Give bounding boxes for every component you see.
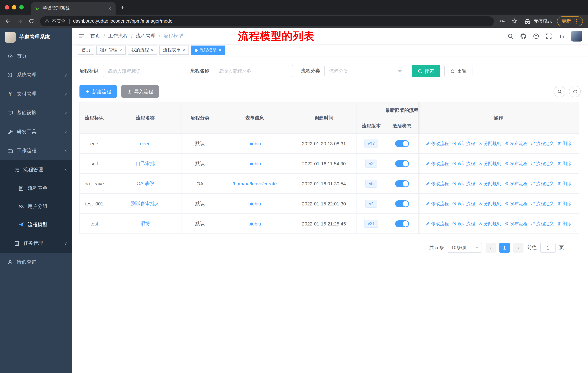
tag-close-icon[interactable]: × [119,48,122,52]
action-design-link[interactable]: 设计流程 [452,201,475,207]
category-select-input[interactable] [325,65,405,77]
action-delete-link[interactable]: 删除 [557,221,571,227]
form-info-link[interactable]: biubiu [248,161,261,166]
action-publish-link[interactable]: 发布流程 [504,181,527,187]
active-toggle[interactable] [395,200,409,207]
action-define-link[interactable]: 流程定义 [531,141,554,147]
action-assign-link[interactable]: 分配规则 [478,161,501,167]
action-delete-link[interactable]: 删除 [557,141,571,147]
import-process-button[interactable]: 导入流程 [121,85,159,98]
sidebar-item-用户分组[interactable]: 用户分组 [0,197,72,216]
url-text[interactable]: dashboard.yudao.iocoder.cn/bpm/manager/m… [73,19,173,24]
action-publish-link[interactable]: 发布流程 [504,141,527,147]
new-tab-button[interactable]: + [116,4,129,15]
form-info-link[interactable]: /bpm/oa/leave/create [232,181,277,186]
tab-close-icon[interactable]: × [107,5,112,11]
browser-tab[interactable]: 芋道管理系统 × [31,2,116,15]
close-window-button[interactable] [5,5,9,10]
action-design-link[interactable]: 设计流程 [452,221,475,227]
zoom-window-button[interactable] [19,5,24,10]
process-name-link[interactable]: 测试多审批人 [131,201,159,206]
action-define-link[interactable]: 流程定义 [531,181,554,187]
form-info-link[interactable]: biubiu [248,141,261,146]
security-label[interactable]: 不安全 [52,18,65,24]
tag-我的流程[interactable]: 我的流程× [128,46,157,55]
tag-租户管理[interactable]: 租户管理× [96,46,126,55]
tag-流程表单[interactable]: 流程表单× [159,46,189,55]
process-name-input[interactable] [214,65,293,77]
back-button[interactable] [3,16,13,26]
toggle-search-button[interactable] [554,86,565,97]
action-design-link[interactable]: 设计流程 [452,181,475,187]
sidebar-item-研发工具[interactable]: 研发工具∨ [0,122,72,141]
forward-button[interactable] [15,16,25,26]
help-icon[interactable]: ? [533,33,539,39]
action-edit-link[interactable]: 修改流程 [426,201,449,207]
action-assign-link[interactable]: 分配规则 [478,181,501,187]
sidebar-item-基础设施[interactable]: 基础设施∨ [0,103,72,122]
action-define-link[interactable]: 流程定义 [531,161,554,167]
active-toggle[interactable] [395,140,409,147]
active-toggle[interactable] [395,160,409,167]
sidebar-item-首页[interactable]: 首页 [0,47,72,66]
page-1-button[interactable]: 1 [499,242,510,253]
create-process-button[interactable]: 新建流程 [79,85,117,98]
bookmark-star-icon[interactable] [509,16,519,26]
action-delete-link[interactable]: 删除 [557,181,571,187]
breadcrumb-item[interactable]: 流程管理 [136,33,156,39]
action-delete-link[interactable]: 删除 [557,161,571,167]
tag-流程模型[interactable]: 流程模型× [191,46,225,55]
prev-page-button[interactable]: ‹ [486,242,496,253]
update-button[interactable]: 更新 ⋮ [557,16,583,26]
action-delete-link[interactable]: 删除 [557,201,571,207]
sidebar-item-流程模型[interactable]: 流程模型 [0,216,72,234]
form-info-link[interactable]: biubiu [248,221,261,226]
page-size-select[interactable]: 10条/页 [448,242,482,253]
action-assign-link[interactable]: 分配规则 [478,221,501,227]
search-icon[interactable] [507,33,514,39]
sidebar-item-系统管理[interactable]: 系统管理∨ [0,66,72,84]
tag-首页[interactable]: 首页 [78,46,94,55]
action-assign-link[interactable]: 分配规则 [478,141,501,147]
action-publish-link[interactable]: 发布流程 [504,161,527,167]
process-name-link[interactable]: 自己审批 [136,161,155,166]
fullscreen-icon[interactable] [546,33,552,39]
reset-button[interactable]: 重置 [444,65,472,77]
sidebar-item-支付管理[interactable]: ¥支付管理∨ [0,84,72,103]
avatar[interactable] [571,30,582,41]
form-info-link[interactable]: biubiu [248,201,261,206]
category-select[interactable] [325,65,405,77]
browser-menu-icon[interactable]: ⋮ [574,18,579,24]
hamburger-icon[interactable] [78,33,84,39]
search-button[interactable]: 搜索 [412,65,440,77]
sidebar-item-任务管理[interactable]: 任务管理∨ [0,234,72,253]
process-name-link[interactable]: eeee [140,141,151,146]
action-assign-link[interactable]: 分配规则 [478,201,501,207]
password-key-icon[interactable] [498,16,508,26]
action-edit-link[interactable]: 修改流程 [426,181,449,187]
breadcrumb-item[interactable]: 首页 [90,33,100,39]
sidebar-item-工作流程[interactable]: 工作流程∧ [0,141,72,160]
action-design-link[interactable]: 设计流程 [452,161,475,167]
sidebar-item-请假查询[interactable]: 请假查询 [0,253,72,272]
action-edit-link[interactable]: 修改流程 [426,141,449,147]
action-design-link[interactable]: 设计流程 [452,141,475,147]
goto-page-input[interactable] [540,242,556,253]
tag-close-icon[interactable]: × [151,48,153,52]
action-define-link[interactable]: 流程定义 [531,201,554,207]
tag-close-icon[interactable]: × [219,48,221,52]
action-edit-link[interactable]: 修改流程 [426,161,449,167]
reload-button[interactable] [26,16,36,26]
refresh-table-button[interactable] [569,86,581,97]
address-bar[interactable]: 不安全 dashboard.yudao.iocoder.cn/bpm/manag… [40,16,494,26]
font-size-icon[interactable]: TT [558,33,565,39]
action-publish-link[interactable]: 发布流程 [504,201,527,207]
breadcrumb-item[interactable]: 工作流程 [108,33,128,39]
action-edit-link[interactable]: 修改流程 [426,221,449,227]
app-logo[interactable]: 芋道管理系统 [0,28,72,47]
active-toggle[interactable] [395,220,409,227]
action-publish-link[interactable]: 发布流程 [504,221,527,227]
active-toggle[interactable] [395,180,409,187]
sidebar-item-流程管理[interactable]: 流程管理∧ [0,160,72,179]
process-name-link[interactable]: OA 请假 [136,181,154,186]
